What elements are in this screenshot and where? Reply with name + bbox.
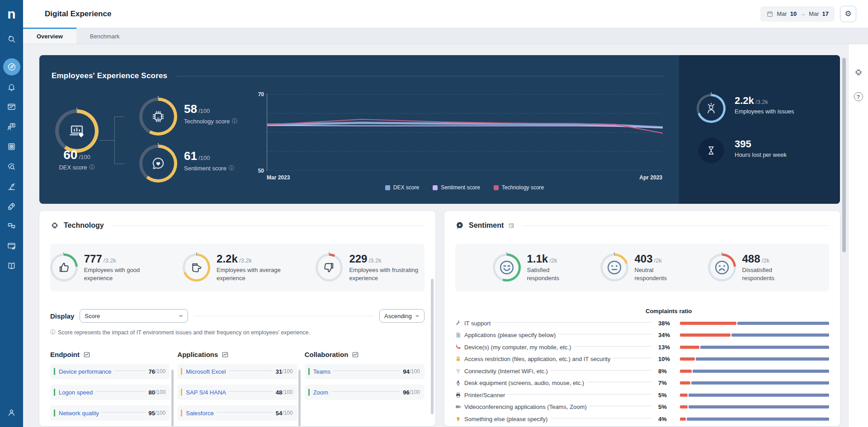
item-score-max: /100 (410, 389, 420, 395)
main-content: Employees' Experience Scores 60/100 DEX … (23, 44, 848, 427)
item-score-max: /100 (282, 410, 292, 416)
info-icon[interactable]: ⓘ (229, 164, 234, 172)
list-item: Logon speed80/100 (50, 385, 170, 400)
divider (175, 76, 664, 76)
info-icon[interactable]: ⓘ (232, 117, 237, 125)
robot-arm-icon (7, 182, 16, 191)
sidebar-item-training[interactable] (3, 118, 20, 135)
item-link[interactable]: Logon speed (59, 389, 93, 396)
legend-item-sentiment[interactable]: Sentiment score (433, 184, 480, 191)
nexthink-logo[interactable]: n (0, 0, 23, 28)
complaints-list: IT support 38% Applications (please spec… (455, 317, 829, 425)
laptop-heart-icon (67, 121, 87, 141)
thumb-sideways-icon (190, 261, 203, 274)
employees-with-issues-gauge (697, 94, 726, 123)
complaint-label: Printer/Scanner (464, 392, 505, 399)
stat-total: /2k (549, 257, 557, 264)
connector-line (114, 164, 124, 164)
main-scrollbar[interactable] (842, 58, 846, 252)
antenna-icon (455, 368, 464, 374)
tab-bar: Overview Benchmark (23, 28, 868, 44)
item-link[interactable]: Network quality (59, 410, 99, 417)
connector-line (99, 140, 114, 141)
sentiment-score-gauge (139, 145, 177, 183)
item-score-max: /100 (155, 368, 165, 375)
legend-item-technology[interactable]: Technology score (494, 184, 544, 191)
card-scrollbar[interactable] (431, 279, 434, 414)
column-scrollbar[interactable] (171, 370, 174, 426)
sidebar-item-alerts[interactable] (3, 78, 20, 95)
stat-value: 1.1k (527, 253, 548, 265)
issues-value: 2.2k (735, 95, 754, 107)
hours-label: Hours lost per week (735, 151, 787, 158)
complaint-pct: 38% (658, 320, 676, 327)
sidebar-item-library[interactable] (3, 257, 20, 274)
dotted-leader (331, 391, 400, 392)
sidebar-item-profile[interactable] (3, 404, 20, 421)
item-link[interactable]: Zoom (313, 389, 328, 396)
sidebar-item-investigations[interactable] (3, 158, 20, 175)
display-controls: Display Score Ascending (50, 309, 425, 323)
sidebar-item-automation[interactable] (3, 178, 20, 195)
complaint-label: Access restriction (files, application, … (464, 356, 610, 362)
item-link[interactable]: Microsoft Excel (186, 368, 226, 375)
stat-total: /3.2k (368, 257, 381, 264)
technology-stats-strip: 777/3.2kEmployees with good experience 2… (50, 244, 425, 291)
topbar: Digital Experience Mar 10 → Mar 17 ⚙ (23, 0, 868, 28)
stat-value: 488 (742, 253, 760, 265)
complaint-ratio-bar (680, 322, 829, 325)
info-icon[interactable]: ⓘ (90, 164, 95, 171)
stat-good-experience: 777/3.2kEmployees with good experience (50, 253, 159, 282)
list-item: Microsoft Excel31/100 (177, 364, 297, 379)
sort-order-select[interactable]: Ascending (379, 309, 425, 323)
gauge-tick (711, 92, 712, 96)
chat-bubbles-icon (7, 221, 16, 231)
stat-label: Satisfied respondents (527, 266, 577, 282)
stat-label: Employees with good experience (84, 266, 160, 282)
complaint-ratio-bar (680, 333, 829, 337)
complaint-ratio-bar (680, 418, 829, 421)
complaint-ratio-bar (680, 394, 829, 397)
date-range-picker[interactable]: Mar 10 → Mar 17 (760, 6, 835, 22)
sort-by-select[interactable]: Score (80, 309, 188, 323)
trend-chart-icon[interactable] (222, 351, 229, 358)
stat-total: /3.2k (239, 257, 252, 264)
complaint-row: Printer/Scanner 5% (455, 389, 829, 401)
survey-settings-icon[interactable] (508, 222, 514, 229)
sidebar-item-adopt[interactable] (3, 197, 20, 215)
dotted-leader (229, 391, 273, 392)
tab-benchmark[interactable]: Benchmark (76, 28, 133, 44)
settings-button[interactable]: ⚙ (840, 6, 856, 22)
item-link[interactable]: Salesforce (186, 410, 213, 417)
legend-item-dex[interactable]: DEX score (385, 184, 419, 191)
technology-card: Technology 777/3.2kEmployees with good e… (39, 211, 435, 426)
stressed-person-icon (703, 101, 719, 116)
sidebar-item-applications[interactable] (3, 138, 20, 155)
item-score: 94 (403, 368, 409, 375)
list-item: Zoom96/100 (305, 385, 425, 400)
employees-with-issues-block: 2.2k/3.2k Employees with issues (735, 95, 794, 115)
device-chip-icon[interactable] (854, 68, 863, 77)
sidebar-item-search[interactable] (3, 30, 20, 47)
column-scrollbar[interactable] (298, 370, 301, 426)
scores-trend-chart (267, 94, 662, 171)
sidebar-item-campaigns[interactable] (3, 237, 20, 254)
sidebar: n (0, 0, 23, 427)
tab-overview[interactable]: Overview (23, 28, 76, 44)
trend-chart-icon[interactable] (83, 351, 90, 358)
trend-chart-icon[interactable] (352, 351, 359, 358)
average-experience-gauge (183, 253, 210, 282)
neutral-gauge (600, 253, 628, 282)
item-link[interactable]: Teams (313, 368, 330, 375)
sidebar-item-dashboards[interactable] (3, 98, 20, 115)
stat-total: /2k (654, 257, 662, 264)
complaint-ratio-bar (680, 370, 829, 373)
date-from-day: 10 (790, 10, 797, 17)
item-link[interactable]: Device performance (59, 368, 111, 375)
x-axis-label-start: Mar 2023 (267, 174, 290, 181)
sidebar-item-engage[interactable] (3, 217, 20, 235)
sidebar-item-digital-experience[interactable] (3, 58, 20, 75)
help-icon[interactable]: ? (854, 92, 863, 101)
item-link[interactable]: SAP S/4 HANA (186, 389, 226, 396)
status-bar (181, 409, 182, 417)
